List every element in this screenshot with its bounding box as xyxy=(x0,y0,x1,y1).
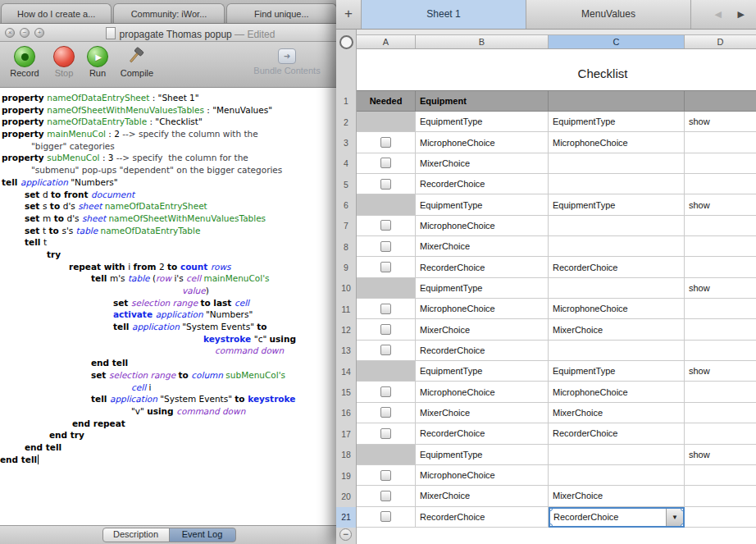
row-number[interactable]: 14 xyxy=(336,361,356,382)
zoom-button[interactable]: + xyxy=(34,28,44,38)
table-cell[interactable] xyxy=(685,486,756,506)
table-cell[interactable]: EquipmentType xyxy=(416,445,549,465)
table-cell[interactable]: MixerChoice xyxy=(549,486,685,506)
column-header-b[interactable]: B xyxy=(416,35,549,48)
table-cell[interactable]: MixerChoice xyxy=(416,236,549,257)
table-cell[interactable]: EquipmentType xyxy=(416,361,549,382)
selection-handle[interactable] xyxy=(549,523,553,528)
table-cell[interactable] xyxy=(685,153,756,174)
table-cell[interactable] xyxy=(549,278,685,299)
table-cell[interactable]: MixerChoice xyxy=(549,403,685,423)
checkbox[interactable] xyxy=(380,262,391,272)
column-header-c[interactable]: C xyxy=(549,35,685,48)
table-cell[interactable] xyxy=(357,423,416,444)
selected-cell[interactable]: RecorderChoice▼ xyxy=(549,507,685,528)
table-cell[interactable]: RecorderChoice xyxy=(416,174,549,194)
table-cell[interactable]: show xyxy=(685,112,756,132)
table-cell[interactable] xyxy=(685,174,756,194)
table-cell[interactable]: MicrophoneChoice xyxy=(416,132,549,153)
table-cell[interactable]: show xyxy=(685,278,756,299)
table-cell[interactable] xyxy=(685,465,756,486)
checkbox[interactable] xyxy=(380,324,391,335)
table-cell[interactable] xyxy=(685,341,756,361)
table-cell[interactable] xyxy=(357,319,416,340)
table-cell[interactable] xyxy=(549,465,685,486)
table-cell[interactable] xyxy=(685,216,756,236)
table-cell[interactable] xyxy=(357,132,416,153)
table-cell[interactable]: RecorderChoice xyxy=(549,257,685,277)
table-cell[interactable] xyxy=(357,403,416,423)
table-cell[interactable] xyxy=(357,445,416,465)
table-cell[interactable]: RecorderChoice xyxy=(416,257,549,277)
table-cell[interactable]: RecorderChoice xyxy=(416,507,549,528)
checkbox[interactable] xyxy=(380,179,391,190)
bundle-contents-button[interactable]: ➜ Bundle Contents xyxy=(241,44,333,75)
table-cell[interactable] xyxy=(357,465,416,486)
header-cell-equipment[interactable]: Equipment xyxy=(416,90,549,112)
table-cell[interactable] xyxy=(549,341,685,361)
table-cell[interactable] xyxy=(685,382,756,402)
table-cell[interactable] xyxy=(685,319,756,340)
row-number[interactable]: 8 xyxy=(336,236,356,257)
table-cell[interactable] xyxy=(685,132,756,153)
row-number[interactable]: 5 xyxy=(336,174,356,194)
row-number[interactable]: 17 xyxy=(336,423,356,444)
checkbox[interactable] xyxy=(380,470,391,481)
table-cell[interactable]: MicrophoneChoice xyxy=(416,382,549,402)
checkbox[interactable] xyxy=(380,137,391,148)
table-cell[interactable] xyxy=(549,445,685,465)
row-number[interactable]: 15 xyxy=(336,382,356,402)
tab-sheet-1[interactable]: Sheet 1 xyxy=(362,0,526,29)
checkbox[interactable] xyxy=(380,428,391,439)
table-cell[interactable] xyxy=(357,341,416,361)
table-select-circle[interactable] xyxy=(339,35,353,49)
table-cell[interactable]: EquipmentType xyxy=(416,278,549,299)
table-cell[interactable]: RecorderChoice xyxy=(416,423,549,444)
editor-title-bar[interactable]: × − + propagate Thomas popup — Edited xyxy=(0,24,338,42)
row-number[interactable]: 1 xyxy=(336,90,356,112)
table-cell[interactable]: MixerChoice xyxy=(416,403,549,423)
next-sheet-arrow-icon[interactable]: ▶ xyxy=(738,0,745,29)
table-cell[interactable] xyxy=(549,236,685,257)
table-cell[interactable] xyxy=(685,257,756,277)
table-cell[interactable] xyxy=(549,90,685,112)
table-cell[interactable] xyxy=(357,361,416,382)
checkbox[interactable] xyxy=(380,407,391,418)
table-cell[interactable] xyxy=(357,236,416,257)
event-log-tab-button[interactable]: Event Log xyxy=(169,528,236,542)
table-cell[interactable]: EquipmentType xyxy=(549,112,685,132)
browser-tab-3[interactable]: Find unique... xyxy=(226,3,337,23)
run-button[interactable]: ▶ Run xyxy=(81,44,114,78)
table-cell[interactable]: MixerChoice xyxy=(416,153,549,174)
table-cell[interactable] xyxy=(549,174,685,194)
checkbox[interactable] xyxy=(380,345,391,355)
table-cell[interactable] xyxy=(549,216,685,236)
checkbox[interactable] xyxy=(380,241,391,252)
column-header-a[interactable]: A xyxy=(357,35,416,48)
table-cell[interactable]: MicrophoneChoice xyxy=(416,465,549,486)
row-number[interactable]: 3 xyxy=(336,132,356,153)
row-number[interactable]: 9 xyxy=(336,257,356,277)
record-button[interactable]: Record xyxy=(5,44,44,78)
table-cell[interactable] xyxy=(357,112,416,132)
browser-tab-2[interactable]: Community: iWor... xyxy=(113,3,224,23)
browser-tab-1[interactable]: How do I create a... xyxy=(1,3,112,23)
row-number[interactable]: 2 xyxy=(336,112,356,132)
table-cell[interactable] xyxy=(685,236,756,257)
table-cell[interactable]: show xyxy=(685,194,756,215)
table-cell[interactable] xyxy=(357,486,416,506)
row-number[interactable]: 16 xyxy=(336,403,356,423)
row-number[interactable]: 7 xyxy=(336,216,356,236)
row-number[interactable]: 12 xyxy=(336,319,356,340)
column-header-d[interactable]: D xyxy=(685,35,756,48)
checkbox[interactable] xyxy=(380,158,391,168)
table-cell[interactable]: EquipmentType xyxy=(416,194,549,215)
popup-menu-button[interactable]: ▼ xyxy=(666,509,683,526)
table-cell[interactable] xyxy=(357,278,416,299)
selection-handle[interactable] xyxy=(549,507,553,511)
table-cell[interactable] xyxy=(685,403,756,423)
table-cell[interactable]: EquipmentType xyxy=(416,112,549,132)
selection-handle[interactable] xyxy=(681,523,685,528)
header-cell-needed[interactable]: Needed xyxy=(357,90,416,112)
checkbox[interactable] xyxy=(380,220,391,231)
